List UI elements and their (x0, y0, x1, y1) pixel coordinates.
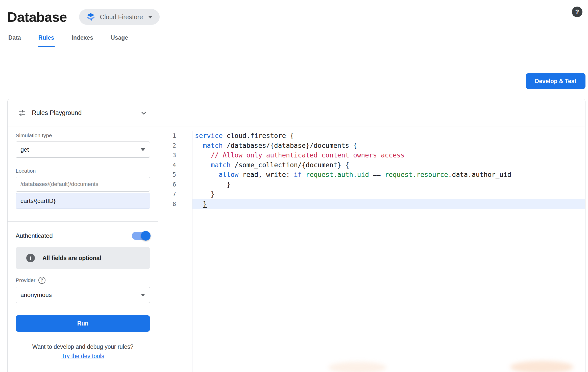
code-line-7[interactable]: } (192, 189, 585, 199)
tab-bar: DataRulesIndexesUsage (8, 28, 588, 47)
rules-editor[interactable]: 12345678 service cloud.firestore { match… (158, 127, 585, 372)
editor-toolbar (158, 99, 585, 127)
rules-playground-panel: Simulation type get Location /databases/… (8, 127, 158, 372)
location-input[interactable]: carts/{cartID} (16, 193, 150, 209)
dev-tools-link[interactable]: Try the dev tools (61, 353, 104, 359)
app-header: Database Cloud Firestore ? (0, 0, 588, 28)
product-selector-label: Cloud Firestore (100, 13, 143, 21)
authenticated-toggle[interactable] (132, 232, 150, 240)
code-line-6[interactable]: } (192, 180, 585, 190)
rules-card: Rules Playground Simulation type get Loc… (7, 99, 585, 372)
page-title: Database (7, 9, 67, 25)
playground-title: Rules Playground (32, 109, 139, 117)
code-line-5[interactable]: allow read, write: if request.auth.uid =… (192, 170, 585, 180)
tune-icon (18, 109, 26, 117)
provider-select[interactable]: anonymous (16, 287, 150, 303)
divider (8, 221, 158, 222)
line-number: 6 (158, 180, 192, 190)
provider-label: Provider (16, 277, 35, 283)
help-icon[interactable]: ? (572, 7, 582, 17)
provider-value: anonymous (20, 291, 52, 298)
tab-indexes[interactable]: Indexes (71, 28, 94, 47)
info-banner-text: All fields are optional (42, 255, 101, 262)
provider-help-icon[interactable]: ? (38, 277, 45, 284)
provider-row: Provider ? (16, 277, 150, 284)
simulation-type-label: Simulation type (16, 132, 52, 138)
info-icon: i (26, 254, 35, 262)
tab-rules[interactable]: Rules (38, 28, 55, 47)
playground-header: Rules Playground (8, 99, 158, 127)
location-value: carts/{cartID} (20, 197, 56, 204)
simulation-type-value: get (20, 146, 29, 153)
cloud-firestore-icon (86, 12, 95, 21)
collapse-chevron-icon[interactable] (139, 109, 148, 117)
develop-test-button[interactable]: Develop & Test (526, 73, 585, 89)
action-row: Develop & Test (0, 47, 588, 89)
line-number: 4 (158, 160, 192, 170)
editor-code[interactable]: service cloud.firestore { match /databas… (192, 131, 585, 372)
dev-tools-question: Want to develop and debug your rules? (16, 343, 150, 350)
tab-usage[interactable]: Usage (110, 28, 129, 47)
code-line-2[interactable]: match /databases/{database}/documents { (192, 141, 585, 151)
code-line-3[interactable]: // Allow only authenticated content owne… (192, 150, 585, 160)
authenticated-label: Authenticated (16, 232, 53, 239)
line-number: 7 (158, 189, 192, 199)
authenticated-row: Authenticated (16, 232, 150, 240)
code-line-1[interactable]: service cloud.firestore { (192, 131, 585, 141)
tab-strip: DataRulesIndexesUsage (0, 28, 588, 47)
run-button[interactable]: Run (16, 315, 150, 332)
info-banner: i All fields are optional (16, 247, 150, 269)
text-cursor (203, 201, 207, 208)
dropdown-arrow-icon (141, 294, 145, 296)
chevron-down-icon (148, 16, 153, 18)
location-base-path: /databases/(default)/documents (16, 177, 150, 192)
simulation-type-select[interactable]: get (16, 142, 150, 158)
line-number: 2 (158, 141, 192, 151)
code-line-8[interactable]: } (192, 199, 585, 209)
line-number: 8 (158, 199, 192, 209)
dropdown-arrow-icon (141, 148, 145, 151)
line-number: 5 (158, 170, 192, 180)
location-placeholder: /databases/(default)/documents (20, 181, 98, 188)
line-number: 1 (158, 131, 192, 141)
location-label: Location (16, 168, 150, 174)
editor-gutter: 12345678 (158, 131, 192, 372)
line-number: 3 (158, 150, 192, 160)
product-selector[interactable]: Cloud Firestore (79, 9, 160, 25)
code-line-4[interactable]: match /some_collection/{document} { (192, 160, 585, 170)
tab-data[interactable]: Data (8, 28, 21, 47)
toggle-thumb (141, 231, 151, 241)
